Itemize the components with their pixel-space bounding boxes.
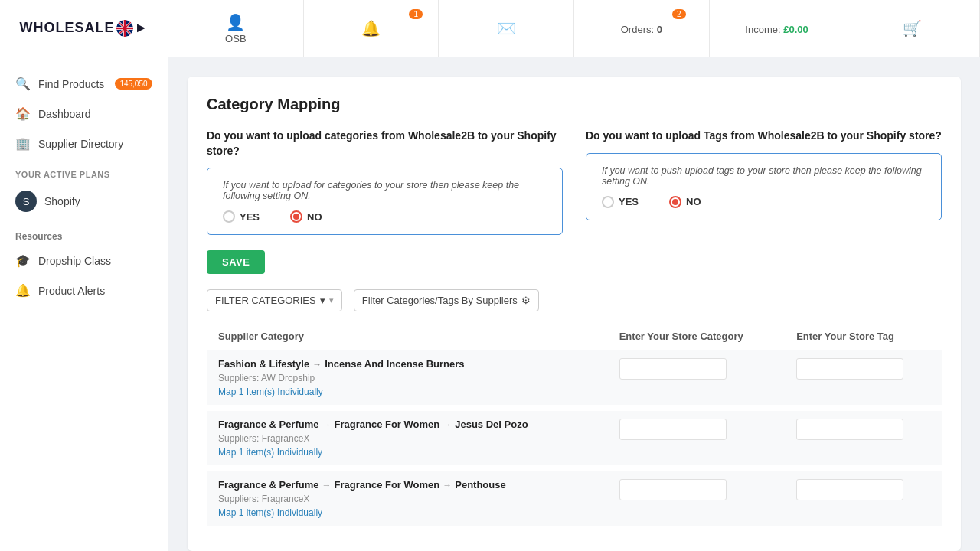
category-path: Fragrance & Perfume →Fragrance For Women… <box>218 419 596 430</box>
sidebar-item-supplier-directory[interactable]: 🏢 Supplier Directory <box>0 129 168 158</box>
filter-supplier-label: Filter Categories/Tags By Suppliers <box>362 295 518 306</box>
arrow-icon: → <box>322 419 332 430</box>
categories-hint: If you want to upload for categories to … <box>223 180 547 201</box>
tags-yes-circle <box>602 196 614 208</box>
save-button[interactable]: SAVE <box>207 250 265 274</box>
find-products-count: 145,050 <box>115 78 152 90</box>
nav-orders-label: Orders: 0 <box>621 24 662 35</box>
categories-no-option[interactable]: NO <box>290 210 322 223</box>
logo-text: WHOLESALE ► <box>20 20 149 37</box>
resources-title: Resources <box>0 220 168 246</box>
arrow-icon: → <box>322 480 332 491</box>
supplier-cell: Fragrance & Perfume →Fragrance For Women… <box>207 408 608 468</box>
filter-supplier-select[interactable]: Filter Categories/Tags By Suppliers ⚙ <box>354 289 539 311</box>
tags-no-label: NO <box>686 196 701 207</box>
col-store-tag-header: Enter Your Store Tag <box>785 323 942 350</box>
cat2-label: Fragrance For Women <box>335 479 440 491</box>
store-tag-cell <box>785 468 942 529</box>
app-layout: 🔍 Find Products 145,050 🏠 Dashboard 🏢 Su… <box>0 57 980 551</box>
nav-income[interactable]: Income: £0.00 <box>710 0 845 57</box>
store-tag-input[interactable] <box>796 479 903 500</box>
sidebar-item-product-alerts[interactable]: 🔔 Product Alerts <box>0 276 168 305</box>
store-category-input[interactable] <box>619 358 727 380</box>
sidebar-item-find-products[interactable]: 🔍 Find Products 145,050 <box>0 69 168 99</box>
supplier-cell: Fragrance & Perfume →Fragrance For Women… <box>207 468 608 529</box>
categories-setting-box: If you want to upload for categories to … <box>207 168 563 235</box>
categories-no-circle <box>290 210 302 223</box>
envelope-icon: ✉️ <box>497 19 516 37</box>
store-cat-cell <box>608 350 785 409</box>
filter-categories-select[interactable]: FILTER CATEGORIES ▾ ▾ <box>207 289 342 311</box>
filter-bar: FILTER CATEGORIES ▾ ▾ Filter Categories/… <box>207 289 942 311</box>
tags-hint: If you want to push upload tags to your … <box>602 165 926 187</box>
category-path: Fragrance & Perfume →Fragrance For Women… <box>218 479 596 491</box>
col-supplier-header: Supplier Category <box>207 323 608 350</box>
store-category-input[interactable] <box>619 419 727 440</box>
map-link[interactable]: Map 1 Item(s) Individually <box>218 386 596 397</box>
nav-messages[interactable]: ✉️ <box>439 0 574 57</box>
categories-question: Do you want to upload categories from Wh… <box>207 129 563 158</box>
supplier-cell: Fashion & Lifestyle →Incense And Incense… <box>207 350 608 409</box>
top-navigation: WHOLESALE ► 👤 OSB 🔔 1 ✉️ <box>0 0 980 57</box>
dashboard-label: Dashboard <box>38 108 91 120</box>
product-alerts-label: Product Alerts <box>38 285 105 297</box>
main-content: Category Mapping Do you want to upload c… <box>168 57 980 551</box>
nav-user-label: OSB <box>225 33 246 44</box>
store-cat-cell <box>608 468 785 529</box>
categories-radio-group: YES NO <box>223 210 547 223</box>
categories-yes-circle <box>223 210 235 223</box>
nav-orders[interactable]: Orders: 0 2 <box>574 0 710 57</box>
cat2-label: Incense And Incense Burners <box>325 358 464 370</box>
store-tag-input[interactable] <box>796 358 903 380</box>
table-row: Fragrance & Perfume →Fragrance For Women… <box>207 468 942 529</box>
filter-secondary-arrow-icon: ▾ <box>329 295 334 305</box>
filter-categories-label: FILTER CATEGORIES <box>215 295 316 306</box>
nav-notifications[interactable]: 🔔 1 <box>304 0 439 57</box>
settings-grid: Do you want to upload categories from Wh… <box>207 129 942 235</box>
arrow-icon-2: → <box>443 419 452 430</box>
cat1-label: Fashion & Lifestyle <box>218 358 309 370</box>
dropship-class-label: Dropship Class <box>38 255 111 267</box>
store-tag-cell <box>785 350 942 409</box>
arrow-icon: → <box>312 359 322 370</box>
store-category-input[interactable] <box>619 479 727 500</box>
store-tag-input[interactable] <box>796 419 903 440</box>
filter-down-arrow-icon: ▾ <box>320 295 325 306</box>
sidebar-item-dropship-class[interactable]: 🎓 Dropship Class <box>0 246 168 276</box>
find-products-label: Find Products <box>38 78 104 90</box>
graduation-icon: 🎓 <box>15 253 31 268</box>
nav-user[interactable]: 👤 OSB <box>168 0 304 57</box>
alert-icon: 🔔 <box>15 283 31 298</box>
map-link[interactable]: Map 1 item(s) Individually <box>218 447 596 458</box>
sidebar-item-shopify[interactable]: S Shopify <box>0 183 168 220</box>
table-body: Fashion & Lifestyle →Incense And Incense… <box>207 350 942 530</box>
bell-icon: 🔔 <box>361 19 381 37</box>
tags-no-option[interactable]: NO <box>669 196 701 208</box>
categories-yes-option[interactable]: YES <box>223 210 260 223</box>
table-row: Fragrance & Perfume →Fragrance For Women… <box>207 408 942 468</box>
nav-cart[interactable]: 🛒 <box>844 0 980 57</box>
col-store-cat-header: Enter Your Store Category <box>608 323 785 350</box>
tags-setting-box: If you want to push upload tags to your … <box>586 153 942 220</box>
home-icon: 🏠 <box>15 106 31 121</box>
supplier-name: Suppliers: FragranceX <box>218 433 596 444</box>
shopify-avatar: S <box>15 191 37 212</box>
category-path: Fashion & Lifestyle →Incense And Incense… <box>218 358 596 370</box>
cat3-label: Penthouse <box>455 479 505 491</box>
active-plans-title: Your Active Plans <box>0 158 168 183</box>
filter-supplier-icon: ⚙ <box>521 295 531 306</box>
page-card: Category Mapping Do you want to upload c… <box>188 77 961 551</box>
map-link[interactable]: Map 1 item(s) Individually <box>218 507 596 518</box>
tags-yes-label: YES <box>619 196 639 207</box>
nav-income-label: Income: £0.00 <box>745 24 808 35</box>
sidebar-item-dashboard[interactable]: 🏠 Dashboard <box>0 99 168 129</box>
tags-setting-block: Do you want to upload Tags from Wholesal… <box>586 129 942 235</box>
tags-radio-group: YES NO <box>602 196 926 208</box>
store-cat-cell <box>608 408 785 468</box>
sidebar: 🔍 Find Products 145,050 🏠 Dashboard 🏢 Su… <box>0 57 168 551</box>
categories-yes-label: YES <box>240 211 260 223</box>
table-row: Fashion & Lifestyle →Incense And Incense… <box>207 350 942 409</box>
tags-yes-option[interactable]: YES <box>602 196 639 208</box>
orders-badge: 2 <box>672 9 686 19</box>
cart-icon: 🛒 <box>903 19 922 37</box>
